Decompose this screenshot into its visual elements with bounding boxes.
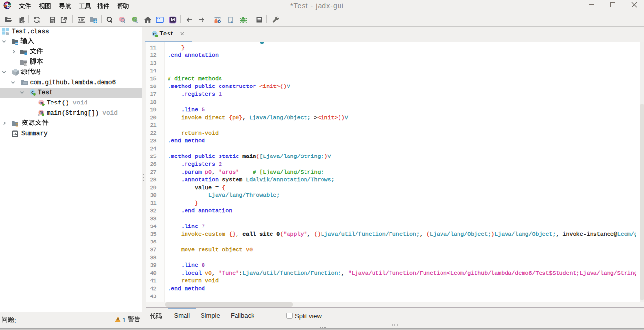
svg-text:X: X: [9, 5, 11, 8]
